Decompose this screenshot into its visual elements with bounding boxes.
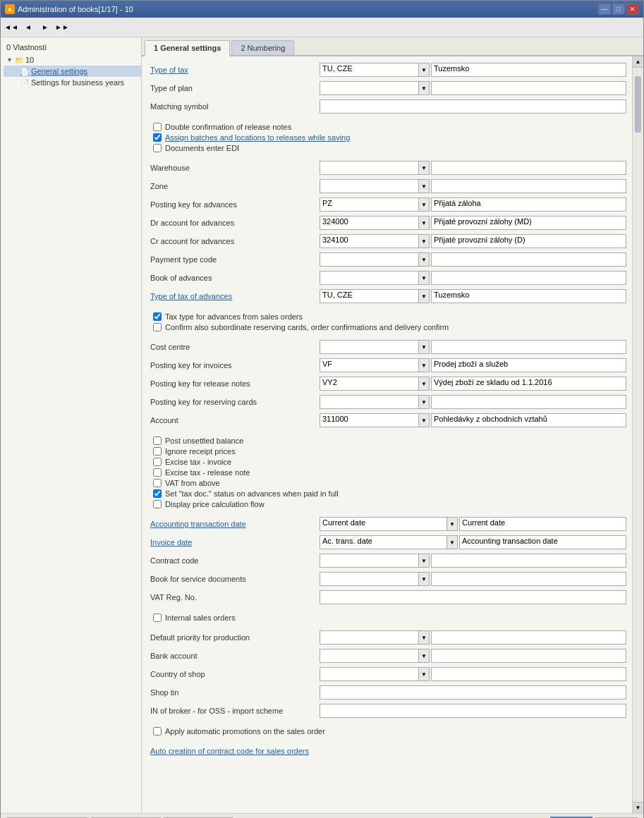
bank-account-control: ▼ xyxy=(320,649,626,663)
type-of-tax-dropdown[interactable]: ▼ xyxy=(418,63,430,77)
posting-key-advances-row: Posting key for advances PZ ▼ Přijatá zá… xyxy=(150,197,626,212)
account-value: 311000 xyxy=(320,413,418,427)
posting-key-release-desc: Výdej zboží ze skladu od 1.1.2016 xyxy=(431,377,626,391)
payment-type-code-dropdown[interactable]: ▼ xyxy=(418,252,430,267)
tax-type-advances-checkbox[interactable] xyxy=(153,312,162,321)
assign-batches-label[interactable]: Assign batches and locations to releases… xyxy=(165,133,350,142)
vat-reg-no-input[interactable] xyxy=(320,590,626,604)
ignore-receipt-checkbox[interactable] xyxy=(153,447,162,456)
display-price-checkbox[interactable] xyxy=(153,500,162,508)
bank-account-value xyxy=(320,649,418,663)
internal-sales-checkbox[interactable] xyxy=(153,614,162,622)
scrollbar[interactable]: ▲ ▼ xyxy=(632,56,643,813)
posting-key-advances-control: PZ ▼ Přijatá záloha xyxy=(320,197,626,212)
warehouse-dropdown[interactable]: ▼ xyxy=(418,161,430,175)
bank-account-dropdown[interactable]: ▼ xyxy=(418,649,430,663)
post-unsettled-checkbox[interactable] xyxy=(153,437,162,445)
posting-key-advances-dropdown[interactable]: ▼ xyxy=(418,197,430,212)
sidebar-header[interactable]: 0 Vlastnosti xyxy=(1,40,141,54)
posting-key-invoices-control: VF ▼ Prodej zboží a služeb xyxy=(320,358,626,372)
cr-account-advances-value: 324100 xyxy=(320,234,418,248)
country-of-shop-desc xyxy=(431,667,626,681)
posting-key-reserving-dropdown[interactable]: ▼ xyxy=(418,395,430,409)
posting-key-invoices-combo: VF ▼ xyxy=(320,358,430,372)
book-of-advances-control: ▼ xyxy=(320,271,626,285)
cr-account-advances-dropdown[interactable]: ▼ xyxy=(418,234,430,248)
posting-key-invoices-dropdown[interactable]: ▼ xyxy=(418,358,430,372)
posting-key-release-control: VY2 ▼ Výdej zboží ze skladu od 1.1.2016 xyxy=(320,377,626,391)
sidebar-item-10[interactable]: ▼ 📁 10 xyxy=(4,54,141,66)
sidebar-item-general[interactable]: 📄 General settings xyxy=(4,66,141,77)
confirm-subordinate-checkbox[interactable] xyxy=(153,323,162,331)
cost-centre-control: ▼ xyxy=(320,340,626,354)
form-area: Type of tax TU, CZE ▼ Tuzemsko Type of p… xyxy=(142,56,643,767)
excise-release-checkbox[interactable] xyxy=(153,468,162,477)
tab-general[interactable]: 1 General settings xyxy=(145,40,230,56)
default-priority-dropdown[interactable]: ▼ xyxy=(418,630,430,645)
type-of-plan-value xyxy=(320,81,418,95)
type-tax-advances-desc: Tuzemsko xyxy=(431,289,626,303)
nav-next-button[interactable]: ► xyxy=(37,20,53,35)
tab-numbering[interactable]: 2 Numbering xyxy=(231,40,294,55)
book-service-docs-row: Book for service documents ▼ xyxy=(150,571,626,587)
set-tax-doc-label: Set "tax doc." status on advances when p… xyxy=(165,489,339,498)
type-tax-advances-row: Type of tax of advances TU, CZE ▼ Tuzems… xyxy=(150,288,626,304)
type-of-tax-row: Type of tax TU, CZE ▼ Tuzemsko xyxy=(150,62,626,78)
type-of-tax-value: TU, CZE xyxy=(320,63,418,77)
posting-key-release-dropdown[interactable]: ▼ xyxy=(418,377,430,391)
country-of-shop-combo: ▼ xyxy=(320,667,430,681)
cr-account-advances-control: 324100 ▼ Přijaté provozní zálohy (D) xyxy=(320,234,626,248)
book-service-docs-dropdown[interactable]: ▼ xyxy=(418,572,430,586)
cr-account-advances-desc: Přijaté provozní zálohy (D) xyxy=(431,234,626,248)
close-button[interactable]: ✕ xyxy=(626,4,639,15)
content-area: 1 General settings 2 Numbering Type of t… xyxy=(142,37,643,813)
documents-edi-checkbox[interactable] xyxy=(153,144,162,152)
in-of-broker-label: IN of broker - for OSS - import scheme xyxy=(150,707,320,715)
maximize-button[interactable]: □ xyxy=(612,4,625,15)
assign-batches-checkbox[interactable] xyxy=(153,133,162,142)
apply-promotions-checkbox[interactable] xyxy=(153,727,162,735)
nav-prev-button[interactable]: ◄ xyxy=(20,20,36,35)
dr-account-advances-dropdown[interactable]: ▼ xyxy=(418,216,430,230)
zone-dropdown[interactable]: ▼ xyxy=(418,179,430,193)
type-tax-advances-label[interactable]: Type of tax of advances xyxy=(150,292,320,300)
country-of-shop-dropdown[interactable]: ▼ xyxy=(418,667,430,681)
tabs: 1 General settings 2 Numbering xyxy=(142,37,643,56)
country-of-shop-label: Country of shop xyxy=(150,670,320,678)
scroll-thumb[interactable] xyxy=(635,76,641,133)
vat-reg-no-row: VAT Reg. No. xyxy=(150,590,626,605)
type-of-plan-dropdown[interactable]: ▼ xyxy=(418,81,430,95)
scroll-down-button[interactable]: ▼ xyxy=(633,802,643,813)
excise-invoice-row: Excise tax - invoice xyxy=(150,458,626,466)
double-confirm-checkbox[interactable] xyxy=(153,123,162,131)
doc-icon-general: 📄 xyxy=(20,68,29,75)
cost-centre-value xyxy=(320,340,418,354)
contract-code-control: ▼ xyxy=(320,554,626,568)
invoice-date-label[interactable]: Invoice date xyxy=(150,538,320,547)
accounting-trans-date-label[interactable]: Accounting transaction date xyxy=(150,520,320,528)
invoice-date-dropdown[interactable]: ▼ xyxy=(446,535,458,549)
book-of-advances-label: Book of advances xyxy=(150,274,320,282)
minimize-button[interactable]: — xyxy=(598,4,611,15)
excise-release-label: Excise tax - release note xyxy=(165,468,250,477)
warehouse-value xyxy=(320,161,418,175)
book-of-advances-dropdown[interactable]: ▼ xyxy=(418,271,430,285)
account-dropdown[interactable]: ▼ xyxy=(418,413,430,427)
accounting-trans-date-dropdown[interactable]: ▼ xyxy=(446,517,458,531)
shop-tin-input[interactable] xyxy=(320,685,626,700)
cost-centre-dropdown[interactable]: ▼ xyxy=(418,340,430,354)
type-of-tax-label[interactable]: Type of tax xyxy=(150,66,320,74)
apply-promotions-label: Apply automatic promotions on the sales … xyxy=(165,727,325,735)
contract-code-dropdown[interactable]: ▼ xyxy=(418,554,430,568)
vat-from-above-checkbox[interactable] xyxy=(153,479,162,487)
country-of-shop-control: ▼ xyxy=(320,667,626,681)
in-of-broker-input[interactable] xyxy=(320,704,626,718)
nav-last-button[interactable]: ►► xyxy=(54,20,70,35)
type-tax-advances-dropdown[interactable]: ▼ xyxy=(418,289,430,303)
nav-first-button[interactable]: ◄◄ xyxy=(4,20,19,35)
scroll-up-button[interactable]: ▲ xyxy=(633,56,643,68)
matching-symbol-input[interactable] xyxy=(320,99,626,114)
excise-invoice-checkbox[interactable] xyxy=(153,458,162,466)
set-tax-doc-checkbox[interactable] xyxy=(153,489,162,498)
sidebar-item-settings[interactable]: 📄 Settings for business years xyxy=(4,77,141,88)
